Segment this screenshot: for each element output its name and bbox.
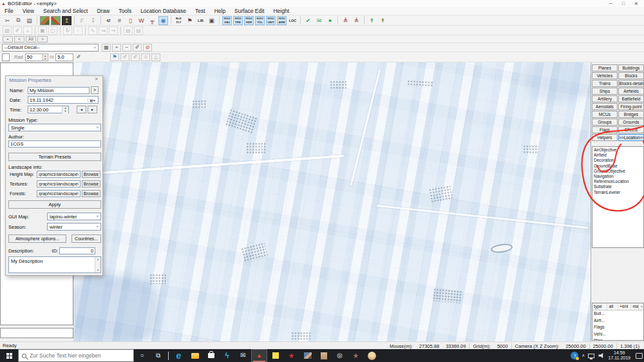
object-tab-blocks-detail[interactable]: Blocks-detail xyxy=(618,80,644,87)
minimize-button[interactable]: ─ xyxy=(604,0,617,7)
object-tab-effects[interactable]: Effects xyxy=(618,126,644,133)
location-type-item-navigation[interactable]: Navigation xyxy=(594,174,643,179)
textures-browse-button[interactable]: Browse xyxy=(82,180,100,187)
scroll-up-icon[interactable]: ▴ xyxy=(97,257,99,262)
object-tab-artillery[interactable]: Artillery xyxy=(592,95,618,102)
decal-add-icon[interactable]: + xyxy=(112,44,121,52)
filter-row-airfi[interactable]: Airfi... xyxy=(592,318,643,325)
mission-type-select[interactable]: Single ˅ xyxy=(8,124,101,131)
brush-subtract-icon[interactable]: ✐ xyxy=(131,53,140,61)
bridge-icon[interactable]: ╥ xyxy=(147,16,157,25)
task-view-icon[interactable]: ⧉ xyxy=(150,349,166,362)
atmosphere-options-button[interactable]: Atmosphere options... xyxy=(8,234,66,243)
close-icon[interactable]: ✕ xyxy=(93,77,100,82)
h-input[interactable] xyxy=(55,53,73,61)
time-next-button[interactable]: ► xyxy=(88,106,97,113)
object-tab-bridges[interactable]: Bridges xyxy=(618,111,644,118)
decal-clear-icon[interactable]: ⊘ xyxy=(143,44,152,52)
filter-row-vehi[interactable]: Vehi... xyxy=(592,331,643,338)
clock[interactable]: 14:59 17.11.2019 xyxy=(608,350,630,361)
hou-tre-icon[interactable]: HOU TRE xyxy=(233,16,243,25)
scroll-down-icon[interactable]: ▾ xyxy=(97,268,99,272)
object-tab-flags[interactable]: Flags xyxy=(592,126,618,133)
decal-image-icon[interactable]: ▦ xyxy=(102,44,111,52)
mail-check-icon[interactable]: ✉ xyxy=(314,16,324,25)
description-textarea[interactable]: My Description ▴▾ xyxy=(8,256,101,273)
menu-item-surface-edit[interactable]: Surface Edit xyxy=(230,7,269,15)
sticky-notes-icon[interactable] xyxy=(267,349,283,362)
time-input[interactable] xyxy=(28,106,62,113)
object-tab-vehicles[interactable]: Vehicles xyxy=(592,72,618,79)
rotate-selection-icon[interactable]: ↻ xyxy=(63,26,72,35)
font-icon[interactable]: F xyxy=(77,16,87,25)
image-out-icon[interactable]: ▢ xyxy=(48,26,57,35)
object-tab-aerostats[interactable]: Aerostats xyxy=(592,103,618,110)
brush-color-swatch[interactable] xyxy=(2,53,10,61)
location-type-item-airobjective[interactable]: AirObjective xyxy=(594,148,643,153)
bullseye-icon[interactable]: ◎ xyxy=(332,349,348,362)
filter-col-all[interactable]: all xyxy=(607,303,618,310)
speaker-icon[interactable] xyxy=(598,353,604,358)
object-tab-buildings[interactable]: Buildings xyxy=(618,64,644,71)
object-tab-groups[interactable]: Groups xyxy=(592,119,618,126)
taskbar-search[interactable] xyxy=(18,349,134,362)
object-tab-airfields[interactable]: Airfields xyxy=(618,88,644,95)
decal-select[interactable]: --Default Decal-- ˅ xyxy=(2,44,99,52)
cortana-icon[interactable]: ○ xyxy=(134,349,150,362)
models-icon[interactable]: ▣ xyxy=(207,16,216,25)
height-map-browse-button[interactable]: Browse xyxy=(82,171,100,178)
time-spinner[interactable]: ▲▼ xyxy=(62,106,68,113)
filter-row-flags[interactable]: Flags xyxy=(592,324,643,331)
object-tab-helpers[interactable]: Helpers xyxy=(592,134,618,141)
gui-map-select[interactable]: lapino-winter ˅ xyxy=(47,213,101,220)
time-field[interactable]: ▲▼ xyxy=(28,106,69,113)
all-decals-button[interactable]: All xyxy=(26,36,36,43)
season-select[interactable]: winter ˅ xyxy=(47,223,101,231)
search-input[interactable] xyxy=(30,352,126,359)
close-button[interactable]: ✕ xyxy=(630,0,643,7)
brush-add-icon[interactable]: ✐ xyxy=(120,53,129,61)
spline-icon[interactable]: ∿ xyxy=(88,26,97,35)
loc-icon[interactable]: LOC xyxy=(288,16,298,25)
network-icon[interactable] xyxy=(588,354,594,358)
menu-item-help[interactable]: Help xyxy=(210,7,230,15)
dropper-icon[interactable]: ✐ xyxy=(74,53,83,61)
antenna-icon[interactable]: ↟ xyxy=(367,16,377,25)
object-tab-grounds[interactable]: Grounds xyxy=(618,119,644,126)
red-star-icon[interactable]: ★ xyxy=(283,349,299,362)
check-icon[interactable]: ✔ xyxy=(303,16,313,25)
filter-col-type[interactable]: type xyxy=(592,303,607,310)
location-type-item-decoration[interactable]: Decoration xyxy=(594,158,643,163)
boseditor-taskbar-icon[interactable]: ▲ xyxy=(251,349,267,362)
object-tab-planes[interactable]: Planes xyxy=(592,64,618,71)
author-input[interactable] xyxy=(8,140,101,148)
weigh-bridge-icon[interactable]: ≜ xyxy=(341,16,350,25)
decal-current-button[interactable]: • xyxy=(3,36,13,43)
next-decal-button[interactable]: > xyxy=(37,36,48,43)
hou-hdr-icon[interactable]: HOU HDR xyxy=(244,16,254,25)
apply-button[interactable]: Apply xyxy=(8,200,101,209)
terrain-presets-button[interactable]: Terrain Presets xyxy=(8,153,101,161)
painting-icon[interactable] xyxy=(299,349,316,362)
mission-name-input[interactable] xyxy=(28,87,90,94)
map-mode-icon[interactable]: ⚑ xyxy=(110,53,119,61)
marquee-select-icon[interactable]: ▧ xyxy=(3,26,12,35)
height-export-icon[interactable]: ↧ xyxy=(88,16,98,25)
ruler-icon[interactable]: ▯ xyxy=(126,16,135,25)
forests-input[interactable] xyxy=(37,190,80,197)
menu-item-search-and-select[interactable]: Search and Select xyxy=(39,7,92,15)
cone-icon[interactable]: △ xyxy=(151,53,160,61)
location-type-item-groundobjective[interactable]: GroundObjective xyxy=(594,169,643,174)
location-type-item-substrate[interactable]: Substrate xyxy=(594,184,643,189)
copy-icon[interactable]: ⧉ xyxy=(14,16,23,25)
page-copy-icon[interactable]: ▤ xyxy=(124,26,133,35)
height-import-icon[interactable]: ↥ xyxy=(62,16,71,25)
calendar-icon[interactable]: ▦▾ xyxy=(88,98,97,102)
hou-arm-icon[interactable]: HOU ARM xyxy=(277,16,287,25)
avatar-icon[interactable] xyxy=(364,349,380,362)
countries-button[interactable]: Countries... xyxy=(71,234,101,243)
antenna2-icon[interactable]: ↟ xyxy=(378,16,388,25)
file-explorer-icon[interactable] xyxy=(187,349,203,362)
blend-icon[interactable]: 4Z xyxy=(104,16,113,25)
object-tab-mcus[interactable]: MCUs xyxy=(592,111,618,118)
